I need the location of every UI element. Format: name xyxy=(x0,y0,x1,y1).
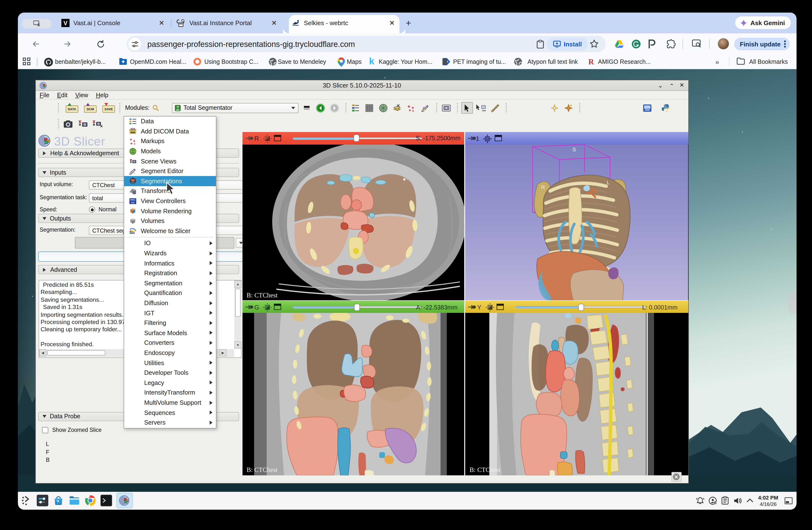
svg-text:S: S xyxy=(572,146,576,152)
svg-text:L: L xyxy=(607,179,610,185)
svg-text:R: R xyxy=(541,184,545,190)
